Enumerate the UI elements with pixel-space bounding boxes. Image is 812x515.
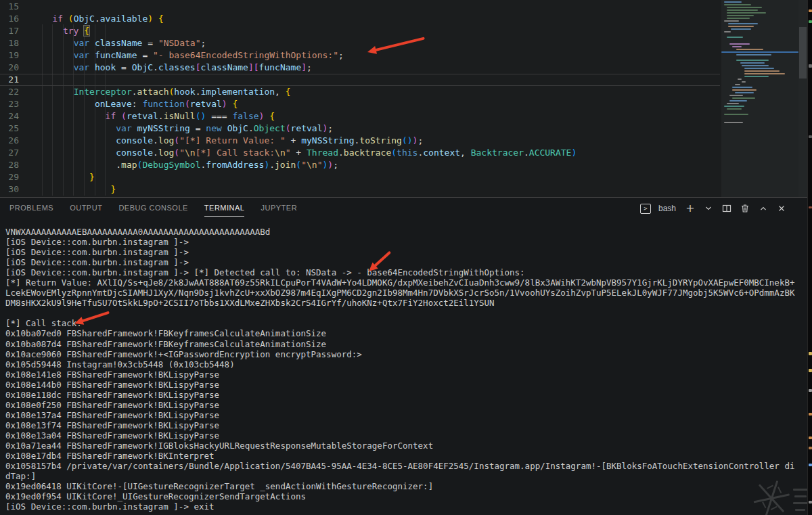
- panel-actions: > bash +: [640, 203, 787, 214]
- terminal-row: 0x108e17db4 FBSharedFramework!BKInterpre…: [5, 451, 807, 461]
- code-line-27[interactable]: 27 console.log("\n[*] Call stack:\n" + T…: [0, 147, 720, 159]
- chevron-up-icon[interactable]: [758, 203, 769, 214]
- minimap-line: [732, 87, 752, 88]
- minimap-line: [732, 89, 757, 91]
- sliver-fragment: [809, 447, 812, 449]
- terminal-row: 0x19ed0f954 UIKitCore!_UIGestureRecogniz…: [5, 491, 807, 501]
- code-line-16[interactable]: 16 if (ObjC.available) {: [0, 13, 720, 25]
- code-line-29[interactable]: 29 }: [0, 171, 720, 183]
- sliver-fragment: [809, 389, 812, 392]
- minimap-line: [724, 1, 742, 3]
- code-line-21[interactable]: 21: [0, 74, 720, 86]
- terminal-row: 0x19ed06418 UIKitCore!-[UIGestureRecogni…: [5, 481, 807, 491]
- terminal-row: 0x108e118dc FBSharedFramework!BKLispyPar…: [5, 390, 807, 400]
- line-number: 16: [0, 13, 19, 25]
- minimap-line: [735, 92, 754, 93]
- minimap-line: [744, 70, 780, 72]
- tab-terminal[interactable]: TERMINAL: [204, 204, 245, 217]
- close-icon[interactable]: [776, 203, 787, 214]
- minimap-line: [724, 122, 743, 123]
- code-line-19[interactable]: 19 var funcName = "- base64EncodedString…: [0, 49, 720, 62]
- vscode-window: 1516 if (ObjC.available) {17 try {18 var…: [0, 0, 812, 515]
- sliver-fragment: [809, 64, 812, 68]
- minimap-line: [742, 65, 769, 66]
- minimap-line: [742, 81, 746, 83]
- code-line-18[interactable]: 18 var className = "NSData";: [0, 37, 720, 49]
- line-number: 29: [0, 171, 19, 183]
- tab-output[interactable]: OUTPUT: [70, 204, 102, 217]
- code-line-22[interactable]: 22 Interceptor.attach(hook.implementatio…: [0, 86, 720, 98]
- shell-label: bash: [658, 204, 676, 213]
- code-text: .map(DebugSymbol.fromAddress).join("\n")…: [31, 160, 338, 170]
- minimap-line: [724, 114, 748, 115]
- code-line-17[interactable]: 17 try {: [0, 25, 720, 37]
- line-number: 30: [0, 183, 19, 196]
- panel-tabs: PROBLEMSOUTPUTDEBUG CONSOLETERMINALJUPYT…: [9, 204, 297, 217]
- terminal-output[interactable]: VNWXAAAAAAAAAAEBAAAAAAAAAA0AAAAAAAAAAAAA…: [5, 227, 807, 512]
- watermark-logo: [742, 472, 812, 515]
- terminal-row: [iOS Device::com.burbn.instagram ]->: [5, 247, 807, 257]
- terminal-row: 0x10ba087d4 FBSharedFramework!FBKeyframe…: [5, 339, 807, 349]
- trash-icon[interactable]: [740, 203, 750, 214]
- terminal-row: 0x108e141e8 FBSharedFramework!BKLispyPar…: [5, 370, 807, 380]
- minimap-line: [727, 18, 750, 19]
- minimap-line: [727, 108, 742, 110]
- code-text: console.log("\n[*] Call stack:\n" + Thre…: [31, 148, 577, 158]
- sliver-fragment: [809, 464, 812, 466]
- minimap-line: [729, 100, 747, 102]
- minimap-line: [728, 23, 758, 24]
- bottom-panel: PROBLEMSOUTPUTDEBUG CONSOLETERMINALJUPYT…: [0, 197, 807, 515]
- code-line-30[interactable]: 30 }: [0, 183, 720, 196]
- line-number: 26: [0, 135, 19, 147]
- line-number: 23: [0, 98, 19, 110]
- minimap-line: [724, 106, 744, 107]
- tab-debug-console[interactable]: DEBUG CONSOLE: [118, 204, 187, 217]
- minimap[interactable]: [721, 0, 798, 197]
- code-text: }: [31, 184, 116, 194]
- terminal-row: VNWXAAAAAAAAAAEBAAAAAAAAAA0AAAAAAAAAAAAA…: [5, 227, 807, 237]
- terminal-row: 0x10a71ea44 FBSharedFramework!IGBloksHac…: [5, 441, 807, 451]
- code-text: var funcName = "- base64EncodedStringWit…: [31, 50, 344, 60]
- editor-scrollbar-thumb[interactable]: [799, 27, 807, 79]
- editor-scrollbar[interactable]: [798, 0, 807, 197]
- sliver-fragment: [809, 135, 812, 138]
- code-text: if (ObjC.available) {: [31, 14, 164, 24]
- line-number: 17: [0, 25, 19, 37]
- snowflake-icon: [746, 472, 797, 515]
- line-number: 22: [0, 86, 19, 98]
- split-terminal-icon[interactable]: [721, 203, 732, 214]
- code-line-28[interactable]: 28 .map(DebugSymbol.fromAddress).join("\…: [0, 159, 720, 171]
- code-editor[interactable]: 1516 if (ObjC.available) {17 try {18 var…: [0, 0, 807, 197]
- terminal-row: 0x108e144b0 FBSharedFramework!BKLispyPar…: [5, 380, 807, 390]
- minimap-line: [732, 97, 755, 99]
- sliver-fragment: [809, 9, 812, 12]
- minimap-line: [740, 62, 765, 64]
- code-text: var myNSString = new ObjC.Object(retval)…: [31, 123, 333, 133]
- chevron-down-icon[interactable]: [703, 203, 714, 214]
- minimap-line: [732, 46, 742, 47]
- terminal-row: LcekEWovEMlyzRpnnYmtDjcSIAMHJ1XyX/Nqn9Ds…: [5, 288, 807, 298]
- terminal-row: 0x108e0f250 FBSharedFramework!BKLispyPar…: [5, 400, 807, 410]
- tab-problems[interactable]: PROBLEMS: [9, 204, 53, 217]
- sliver-fragment: [809, 369, 812, 372]
- code-line-15[interactable]: 15: [0, 1, 720, 13]
- code-line-25[interactable]: 25 var myNSString = new ObjC.Object(retv…: [0, 122, 720, 135]
- line-number: 24: [0, 110, 19, 122]
- tab-jupyter[interactable]: JUPYTER: [261, 204, 297, 217]
- code-line-23[interactable]: 23 onLeave: function(retval) {: [0, 98, 720, 110]
- new-terminal-icon[interactable]: +: [685, 203, 696, 214]
- minimap-line: [728, 26, 754, 27]
- terminal-row: 0x1058157b4 /private/var/containers/Bund…: [5, 461, 807, 471]
- minimap-line: [736, 60, 769, 61]
- line-number: 27: [0, 147, 19, 159]
- terminal-row: dTap:]: [5, 471, 807, 481]
- code-text: if (retval.isNull() === false) {: [31, 111, 275, 121]
- adjacent-screen-sliver: [807, 0, 812, 515]
- terminal-row: 0x10ace9060 FBSharedFramework!+<IGPasswo…: [5, 349, 807, 359]
- minimap-line: [724, 4, 751, 5]
- code-line-20[interactable]: 20 var hook = ObjC.classes[className][fu…: [0, 62, 720, 74]
- code-line-26[interactable]: 26 console.log("[*] Return Value: " + my…: [0, 135, 720, 147]
- minimap-line: [729, 43, 750, 45]
- minimap-line: [727, 15, 754, 16]
- code-line-24[interactable]: 24 if (retval.isNull() === false) {: [0, 110, 720, 122]
